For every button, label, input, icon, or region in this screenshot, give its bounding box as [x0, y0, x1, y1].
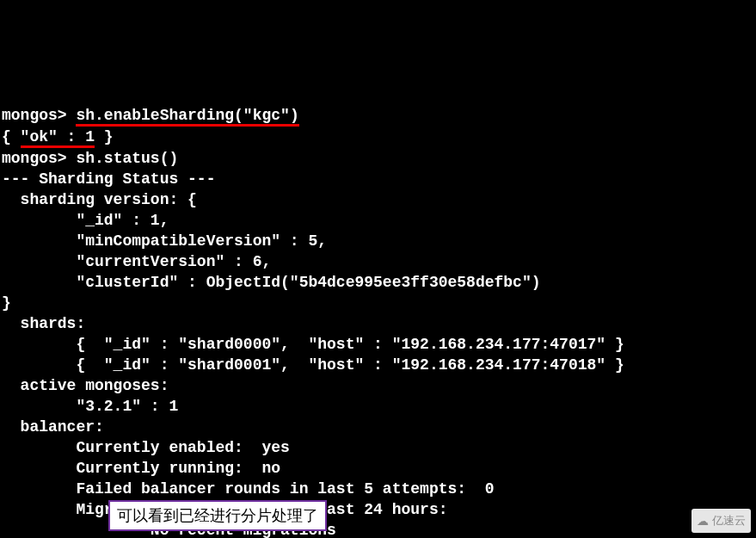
output-line: active mongoses: [2, 377, 169, 394]
output-line: Currently running: no [2, 460, 280, 477]
prompt: mongos> [2, 107, 67, 124]
annotation-callout: 可以看到已经进行分片处理了 [108, 500, 327, 531]
result-ok-brace: { [2, 128, 21, 145]
watermark-text: 亿速云 [712, 510, 746, 531]
result-ok: "ok" : 1 [21, 128, 95, 148]
command-status: sh.status() [76, 150, 178, 167]
output-line: balancer: [2, 418, 104, 436]
prompt: mongos> [2, 150, 67, 167]
command-enable-sharding: sh.enableSharding("kgc") [76, 107, 298, 127]
output-line: --- Sharding Status --- [2, 170, 224, 188]
output-line: } [2, 294, 11, 312]
terminal-output: mongos> sh.enableSharding("kgc") { "ok" … [0, 83, 756, 538]
result-ok-close: } [95, 128, 114, 145]
output-line: sharding version: { [2, 191, 197, 208]
output-line: Failed balancer rounds in last 5 attempt… [2, 480, 495, 498]
output-line-shard1: { "_id" : "shard0001", "host" : "192.168… [2, 356, 624, 374]
output-line: "currentVersion" : 6, [2, 253, 271, 270]
output-line: "clusterId" : ObjectId("5b4dce995ee3ff30… [2, 274, 541, 291]
watermark: ☁ 亿速云 [691, 509, 751, 533]
cloud-icon: ☁ [697, 510, 709, 531]
output-line: "3.2.1" : 1 [2, 398, 178, 415]
output-line-shard0: { "_id" : "shard0000", "host" : "192.168… [2, 336, 624, 353]
output-line: "_id" : 1, [2, 212, 169, 229]
output-line: "minCompatibleVersion" : 5, [2, 232, 327, 250]
output-line: Currently enabled: yes [2, 439, 290, 456]
output-line: shards: [2, 315, 85, 332]
